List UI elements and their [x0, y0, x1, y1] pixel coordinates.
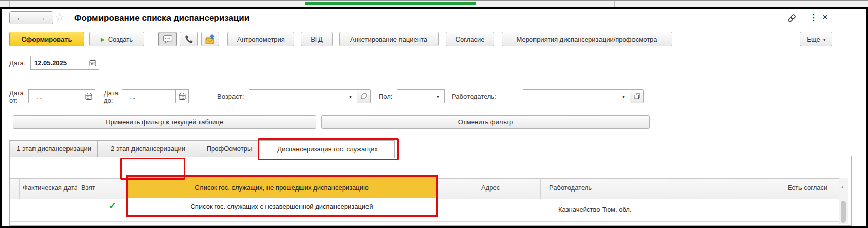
more-label: Еще [807, 35, 820, 43]
tab-gos-sluzhashchie[interactable]: Диспансеризация гос. служащих [260, 140, 395, 158]
strip-separator [478, 1, 478, 7]
menu-item-label: Список гос. служащих, не прошедших диспа… [195, 184, 369, 192]
calendar-icon [89, 59, 96, 67]
gender-input[interactable] [397, 89, 431, 103]
generate-label: Сформировать [21, 35, 72, 43]
back-button[interactable]: ← [10, 12, 31, 24]
date-from-label: Дата от: [9, 89, 28, 104]
active-browser-tab-indicator [305, 2, 476, 5]
cancel-filter-label: Отменить фильтр [458, 118, 513, 126]
browser-tab-strip [0, 0, 868, 7]
open-list-icon [361, 93, 367, 99]
window-menu-button[interactable]: ⋮ [809, 12, 818, 23]
date-from-group [28, 89, 95, 103]
date-calendar-button[interactable] [86, 56, 99, 70]
apply-filter-label: Применить фильтр к текущей таблице [106, 118, 223, 126]
tab-label: 2 этап диспансеризации [111, 145, 185, 153]
tab-stage2[interactable]: 2 этап диспансеризации [97, 140, 198, 157]
checked-icon: ✓ [109, 200, 116, 211]
play-icon: ▶ [101, 36, 105, 42]
calendar-icon [179, 93, 186, 100]
close-icon: × [822, 12, 828, 22]
anthropometry-label: Антропометрия [237, 35, 285, 43]
column-header-address[interactable]: Адрес [481, 184, 500, 192]
date-to-input[interactable] [122, 89, 176, 103]
employer-input[interactable] [523, 89, 617, 103]
consent-button[interactable]: Согласие [446, 32, 494, 46]
open-list-icon [634, 93, 640, 99]
consent-label: Согласие [456, 35, 485, 43]
date-to-label: Дата до: [104, 89, 123, 104]
age-label: Возраст: [217, 93, 244, 100]
cancel-filter-button[interactable]: Отменить фильтр [321, 115, 650, 129]
strip-separator [614, 1, 615, 7]
menu-item-label: Список гос. служащих с незавершенной дис… [190, 203, 373, 210]
export-dropdown-menu: Список гос. служащих, не прошедших диспа… [126, 175, 438, 217]
vgd-label: ВГД [311, 35, 323, 43]
phone-button[interactable] [180, 32, 198, 46]
page-title: Формирование списка диспансеризации [74, 13, 249, 23]
more-button-top[interactable]: Еще▾ [800, 32, 832, 46]
chain-link-icon [787, 13, 797, 23]
date-group [30, 56, 99, 70]
strip-separator [9, 1, 10, 7]
tab-stage1[interactable]: 1 этап диспансеризации [9, 140, 99, 157]
questionnaire-button[interactable]: Анкетирование пациента [339, 32, 439, 46]
sms-button[interactable] [158, 32, 177, 46]
column-header-actual-date[interactable]: Фактическая дата [23, 184, 77, 192]
chevron-down-icon: ▾ [622, 94, 625, 99]
apply-filter-button[interactable]: Применить фильтр к текущей таблице [13, 115, 316, 129]
chevron-down-icon: ▾ [437, 94, 439, 99]
kebab-icon: ⋮ [809, 13, 818, 22]
column-header-has-consent[interactable]: Есть согласи [788, 184, 833, 192]
employer-dropdown-button[interactable]: ▾ [617, 89, 630, 103]
forward-button[interactable]: → [31, 12, 53, 24]
gender-combo: ▾ [397, 89, 445, 103]
envelope-up-arrow-icon [205, 34, 215, 44]
gender-label: Пол: [379, 93, 393, 100]
age-dropdown-button[interactable]: ▾ [344, 89, 357, 103]
date-input[interactable] [30, 56, 86, 70]
scrollbar-thumb[interactable] [841, 201, 846, 223]
row-employer-cell[interactable]: Казначейство Тюм. обл. [558, 206, 632, 213]
chevron-down-icon: ▾ [349, 94, 352, 99]
column-header-employer[interactable]: Работодатель [549, 184, 592, 192]
chevron-down-icon: ▾ [823, 36, 826, 42]
questionnaire-label: Анкетирование пациента [350, 35, 427, 43]
gender-dropdown-button[interactable]: ▾ [431, 89, 445, 103]
menu-item-unfinished[interactable]: Список гос. служащих с незавершенной дис… [128, 198, 436, 215]
column-header-taken[interactable]: Взят [81, 184, 124, 192]
phone-icon [185, 35, 193, 44]
email-button[interactable] [201, 32, 219, 46]
back-arrow-icon: ← [16, 13, 24, 22]
employer-open-button[interactable] [630, 89, 644, 103]
scroll-up-icon: ▴ [841, 184, 844, 189]
vertical-scrollbar[interactable]: ▴ [839, 178, 848, 224]
date-from-calendar-button[interactable] [82, 89, 95, 103]
generate-button[interactable]: Сформировать [9, 32, 84, 46]
anthropometry-button[interactable]: Антропометрия [227, 32, 294, 46]
speech-bubble-icon [163, 35, 173, 44]
create-button[interactable]: ▶ Создать [89, 32, 144, 46]
app-window: ← → ☆ Формирование списка диспансеризаци… [0, 0, 868, 228]
date-to-group [122, 89, 189, 103]
menu-item-not-passed[interactable]: Список гос. служащих, не прошедших диспа… [128, 177, 436, 198]
create-label: Создать [108, 35, 133, 43]
tab-label: Диспансеризация гос. служащих [277, 145, 377, 153]
row-divider [10, 221, 839, 222]
history-nav-group: ← → [9, 11, 53, 24]
vgd-button[interactable]: ВГД [301, 32, 333, 46]
tab-profosmotry[interactable]: ПрофОсмотры [197, 140, 261, 157]
date-from-input[interactable] [28, 89, 82, 103]
get-link-button[interactable] [787, 13, 797, 23]
events-button[interactable]: Мероприятия диспансеризации/профосмотра [502, 32, 672, 46]
employer-label: Работодатель: [452, 93, 496, 100]
calendar-icon [85, 93, 92, 100]
tab-label: 1 этап диспансеризации [17, 145, 91, 153]
close-button[interactable]: × [822, 12, 828, 23]
events-label: Мероприятия диспансеризации/профосмотра [516, 35, 657, 43]
favorite-star-icon[interactable]: ☆ [55, 11, 65, 24]
age-open-button[interactable] [357, 89, 371, 103]
date-to-calendar-button[interactable] [176, 89, 189, 103]
age-input[interactable] [249, 89, 344, 103]
